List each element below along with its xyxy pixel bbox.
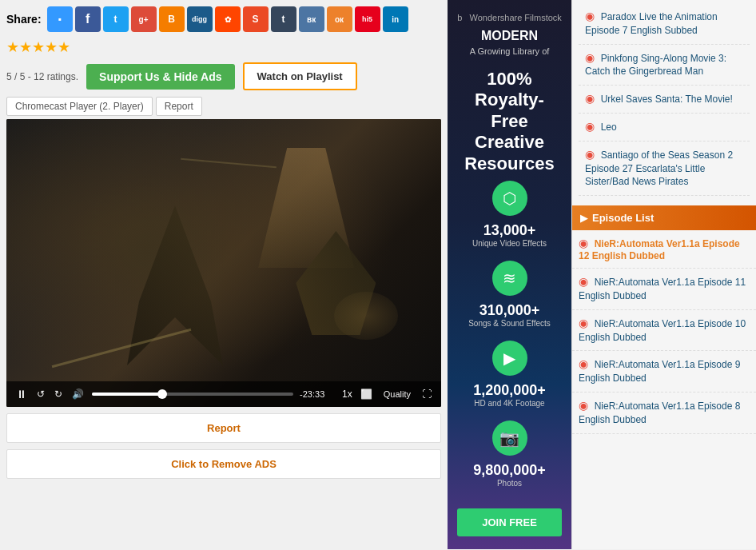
twitter-icon[interactable]: t [103, 6, 129, 32]
speed-button[interactable]: 1x [342, 389, 352, 400]
delicious-icon[interactable]: ▪ [47, 6, 73, 32]
ep-dot-0: ◉ [579, 237, 588, 249]
fullscreen-button[interactable]: ⛶ [420, 387, 433, 401]
video-controls: ⏸ ↺ ↻ 🔊 -23:33 1x ⬜ Quality ⛶ [6, 381, 441, 407]
ad-stat-label-2: Songs & Sound Effects [457, 319, 562, 328]
report-label: Report [207, 422, 241, 434]
ep-link-0[interactable]: NieR:Automata Ver1.1a Episode 12 English… [579, 238, 740, 261]
share-bar: Share: ▪ f t g+ B digg ✿ S t вк ок hi5 i… [6, 6, 441, 32]
episode-item-2[interactable]: ◉ NieR:Automata Ver1.1a Episode 10 Engli… [572, 310, 756, 352]
pause-button[interactable]: ⏸ [14, 386, 29, 402]
facebook-icon[interactable]: f [75, 6, 101, 32]
share-label: Share: [6, 13, 42, 26]
tumblr-icon[interactable]: t [271, 6, 296, 32]
right-panel: ◉ Paradox Live the Animation Episode 7 E… [571, 0, 756, 549]
video-player[interactable]: ⏸ ↺ ↻ 🔊 -23:33 1x ⬜ Quality ⛶ [6, 119, 441, 407]
right-link-0[interactable]: Paradox Live the Animation Episode 7 Eng… [585, 11, 718, 36]
ad-feature-1: ⬡ [492, 181, 527, 216]
right-link-1[interactable]: Pinkfong Sing-Along Movie 3: Catch the G… [585, 53, 726, 78]
support-hide-ads-button[interactable]: Support Us & Hide Ads [86, 64, 235, 90]
vk-icon[interactable]: вк [299, 6, 324, 32]
right-link-3[interactable]: Leo [601, 122, 617, 133]
ad-panel: b Wondershare Filmstock MODERN A Growing… [448, 0, 571, 549]
watch-playlist-button[interactable]: Watch on Playlist [243, 62, 357, 90]
quality-button[interactable]: Quality [380, 388, 414, 401]
time-display: -23:33 [300, 389, 336, 399]
ad-tagline: A Growing Library of [457, 46, 562, 56]
right-link-4[interactable]: Santiago of the Seas Season 2 Episode 27… [585, 149, 733, 188]
reddit-icon[interactable]: ✿ [215, 6, 241, 32]
episode-header: ▶ Episode List [572, 205, 756, 230]
pip-button[interactable]: ⬜ [359, 387, 374, 401]
ad-logo: b Wondershare Filmstock [457, 13, 562, 22]
episode-header-arrow-icon: ▶ [580, 213, 587, 224]
episode-item-4[interactable]: ◉ NieR:Automata Ver1.1a Episode 8 Englis… [572, 393, 756, 434]
ad-brand: MODERN [457, 29, 562, 43]
rating-text: 5 / 5 - 12 ratings. [6, 71, 78, 82]
ad-stat-label-1: Unique Video Effects [457, 239, 562, 248]
player-context-bar: Chromecast Player (2. Player) Report [6, 97, 441, 116]
linkedin-icon[interactable]: in [383, 6, 408, 32]
ratings-row: ★★★★★ [6, 38, 441, 56]
ad-feature-4: 📷 [492, 420, 527, 456]
ep-dot-1: ◉ [579, 275, 588, 288]
right-item-0[interactable]: ◉ Paradox Live the Animation Episode 7 E… [579, 3, 750, 45]
remove-ads-bar[interactable]: Click to Remove ADS [6, 449, 441, 479]
report-context-button[interactable]: Report [156, 97, 202, 116]
remove-ads-label: Click to Remove ADS [171, 458, 277, 470]
right-top-list: ◉ Paradox Live the Animation Episode 7 E… [572, 0, 756, 202]
ad-content: b Wondershare Filmstock MODERN A Growing… [448, 0, 571, 549]
progress-thumb [157, 389, 167, 399]
episode-item-0[interactable]: ◉ NieR:Automata Ver1.1a Episode 12 Engli… [572, 230, 756, 269]
right-link-2[interactable]: Urkel Saves Santa: The Movie! [601, 94, 733, 105]
episode-item-1[interactable]: ◉ NieR:Automata Ver1.1a Episode 11 Engli… [572, 269, 756, 310]
ep-link-4[interactable]: NieR:Automata Ver1.1a Episode 8 English … [579, 401, 740, 425]
right-dot-2: ◉ [585, 92, 595, 105]
chromecast-player-button[interactable]: Chromecast Player (2. Player) [6, 97, 153, 116]
right-item-1[interactable]: ◉ Pinkfong Sing-Along Movie 3: Catch the… [579, 45, 750, 86]
episode-item-3[interactable]: ◉ NieR:Automata Ver1.1a Episode 9 Englis… [572, 351, 756, 393]
ad-feature-2: ≋ [492, 261, 527, 296]
ep-link-1[interactable]: NieR:Automata Ver1.1a Episode 11 English… [579, 277, 746, 301]
right-dot-4: ◉ [585, 148, 595, 161]
right-item-4[interactable]: ◉ Santiago of the Seas Season 2 Episode … [579, 141, 750, 196]
ep-link-2[interactable]: NieR:Automata Ver1.1a Episode 10 English… [579, 318, 746, 343]
right-item-2[interactable]: ◉ Urkel Saves Santa: The Movie! [579, 86, 750, 114]
video-background [6, 119, 441, 407]
googleplus-icon[interactable]: g+ [131, 6, 157, 32]
progress-bar[interactable] [92, 393, 293, 396]
episode-header-label: Episode List [592, 212, 654, 224]
ep-dot-2: ◉ [579, 317, 588, 329]
ad-stat-label-3: HD and 4K Footage [457, 399, 562, 408]
ad-stat-4: 9,800,000+ [457, 462, 562, 479]
ep-dot-3: ◉ [579, 357, 588, 370]
ad-big-text: 100%Royalty-FreeCreative Resources [457, 69, 562, 174]
right-dot-0: ◉ [585, 10, 595, 22]
ad-stat-label-4: Photos [457, 479, 562, 488]
progress-fill [92, 393, 162, 396]
episode-section: ▶ Episode List ◉ NieR:Automata Ver1.1a E… [572, 205, 756, 433]
ad-join-button[interactable]: JOIN FREE [457, 508, 562, 536]
right-item-3[interactable]: ◉ Leo [579, 114, 750, 141]
stumbleupon-icon[interactable]: S [243, 6, 269, 32]
ad-stat-3: 1,200,000+ [457, 382, 562, 399]
ad-stat-1: 13,000+ [457, 222, 562, 239]
ep-dot-4: ◉ [579, 399, 588, 412]
volume-button[interactable]: 🔊 [70, 387, 86, 401]
ad-feature-3: ▶ [492, 341, 527, 376]
hi5-icon[interactable]: hi5 [355, 6, 380, 32]
right-dot-3: ◉ [585, 120, 595, 133]
right-dot-1: ◉ [585, 51, 595, 64]
ep-link-3[interactable]: NieR:Automata Ver1.1a Episode 9 English … [579, 359, 740, 384]
ok-icon[interactable]: ок [327, 6, 352, 32]
forward-button[interactable]: ↻ [53, 387, 64, 401]
report-bar[interactable]: Report [6, 413, 441, 443]
digg-icon[interactable]: digg [187, 6, 213, 32]
ad-stat-2: 310,000+ [457, 302, 562, 319]
blogger-icon[interactable]: B [159, 6, 185, 32]
rewind-button[interactable]: ↺ [35, 387, 46, 401]
star-rating[interactable]: ★★★★★ [6, 38, 70, 56]
